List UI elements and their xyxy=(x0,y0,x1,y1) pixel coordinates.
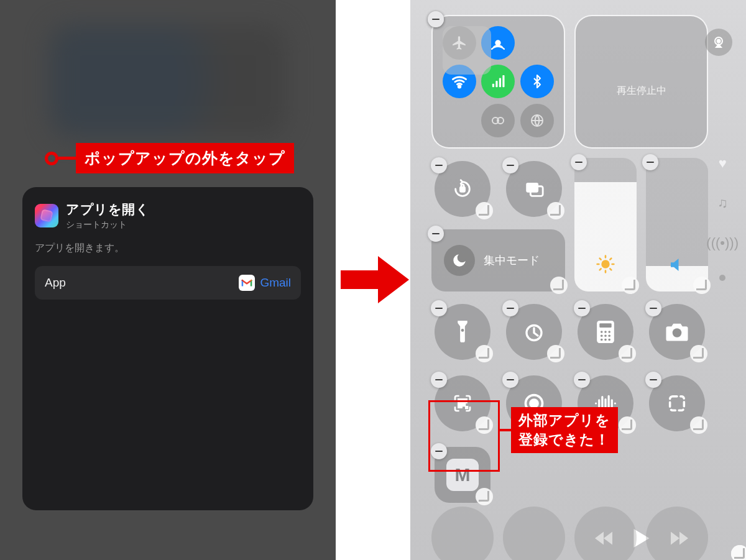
svg-rect-29 xyxy=(458,399,461,402)
remove-button[interactable] xyxy=(502,300,518,316)
svg-rect-12 xyxy=(526,183,538,193)
svg-rect-5 xyxy=(503,75,505,87)
resize-handle[interactable] xyxy=(690,345,707,362)
remove-button[interactable] xyxy=(431,372,447,388)
svg-rect-2 xyxy=(492,84,494,88)
empty-slot[interactable] xyxy=(503,507,565,560)
control-center-pager: ♥ ♫ (((•))) xyxy=(706,155,739,281)
page-dot[interactable] xyxy=(719,275,725,281)
resize-handle[interactable] xyxy=(690,416,707,434)
resize-handle[interactable] xyxy=(547,345,564,362)
vpn-button[interactable] xyxy=(520,104,554,137)
remove-button[interactable] xyxy=(431,300,447,316)
svg-point-19 xyxy=(601,331,603,333)
airplay-button[interactable] xyxy=(705,29,732,56)
remove-button[interactable] xyxy=(574,372,590,388)
app-selector-field[interactable]: App Gmail xyxy=(35,266,301,300)
callout-marker-dot xyxy=(45,152,58,165)
moon-icon xyxy=(444,245,475,276)
camera-button[interactable] xyxy=(649,304,705,360)
remove-button[interactable] xyxy=(502,157,518,173)
svg-rect-18 xyxy=(599,323,611,328)
remove-button[interactable] xyxy=(428,11,444,27)
resize-handle[interactable] xyxy=(476,345,493,362)
empty-slot[interactable] xyxy=(574,507,637,560)
shortcuts-app-icon xyxy=(35,204,58,227)
callout-tap-outside: ポップアップの外をタップ xyxy=(45,143,294,173)
volume-slider[interactable] xyxy=(646,158,708,291)
svg-point-26 xyxy=(604,339,607,341)
remove-button[interactable] xyxy=(428,226,444,242)
svg-point-21 xyxy=(608,331,610,333)
screen-mirroring-button[interactable] xyxy=(506,161,562,217)
resize-handle[interactable] xyxy=(547,202,564,219)
svg-rect-31 xyxy=(458,404,461,407)
transition-arrow xyxy=(341,249,409,311)
svg-point-20 xyxy=(604,331,607,333)
svg-point-35 xyxy=(530,400,538,407)
callout-connector xyxy=(58,157,76,160)
remove-button[interactable] xyxy=(645,300,661,316)
resize-handle[interactable] xyxy=(550,277,568,294)
music-page-icon[interactable]: ♫ xyxy=(717,195,728,211)
svg-rect-32 xyxy=(463,404,465,406)
favorites-page-icon[interactable]: ♥ xyxy=(719,155,727,172)
remove-button[interactable] xyxy=(502,372,518,388)
empty-slot[interactable] xyxy=(646,507,708,560)
resize-handle[interactable] xyxy=(622,277,639,294)
svg-rect-30 xyxy=(463,399,466,402)
svg-point-25 xyxy=(601,339,603,341)
remove-button[interactable] xyxy=(431,443,447,459)
resize-handle[interactable] xyxy=(731,545,746,560)
callout-registered: 外部アプリを登録できた！ xyxy=(500,407,618,453)
calculator-button[interactable] xyxy=(578,304,633,360)
empty-slot-row xyxy=(431,507,708,560)
bluetooth-button[interactable] xyxy=(520,65,554,98)
remove-button[interactable] xyxy=(431,157,447,173)
resize-handle[interactable] xyxy=(619,416,636,434)
callout-label: ポップアップの外をタップ xyxy=(76,143,294,173)
remove-button[interactable] xyxy=(645,372,661,388)
app-field-label: App xyxy=(45,276,66,290)
empty-slot[interactable] xyxy=(431,507,494,560)
svg-point-10 xyxy=(717,40,721,43)
popup-subtitle: ショートカット xyxy=(66,219,149,231)
qrcode-button[interactable] xyxy=(435,375,490,431)
brightness-slider[interactable] xyxy=(574,158,637,291)
connectivity-page-icon[interactable]: (((•))) xyxy=(706,235,739,251)
svg-rect-11 xyxy=(460,187,464,191)
svg-rect-33 xyxy=(466,406,467,408)
svg-point-28 xyxy=(673,328,682,337)
resize-handle[interactable] xyxy=(476,202,493,219)
gmail-icon: M xyxy=(446,459,479,491)
remove-button[interactable] xyxy=(574,300,590,316)
gmail-shortcut-tile[interactable]: M xyxy=(435,447,490,503)
focus-label: 集中モード xyxy=(484,253,540,268)
svg-point-24 xyxy=(608,334,610,337)
callout-label: 外部アプリを登録できた！ xyxy=(511,407,618,453)
svg-point-15 xyxy=(461,329,464,332)
resize-handle[interactable] xyxy=(476,416,493,434)
svg-rect-36 xyxy=(670,397,684,411)
now-playing-label: 再生停止中 xyxy=(617,85,666,98)
resize-handle[interactable] xyxy=(693,277,711,294)
album-art-placeholder xyxy=(443,26,491,75)
remove-button[interactable] xyxy=(642,154,658,170)
focus-mode-button[interactable]: 集中モード xyxy=(431,229,565,291)
resize-handle[interactable] xyxy=(619,345,636,362)
shortcut-config-popup[interactable]: アプリを開く ショートカット アプリを開きます。 App Gmail xyxy=(22,187,313,510)
link-button[interactable] xyxy=(481,104,515,137)
orientation-lock-button[interactable] xyxy=(435,161,490,217)
svg-point-22 xyxy=(601,334,603,337)
resize-handle[interactable] xyxy=(476,488,493,505)
remove-button[interactable] xyxy=(571,154,587,170)
popup-title: アプリを開く xyxy=(66,201,149,218)
svg-point-1 xyxy=(458,86,461,88)
screenshot-button[interactable] xyxy=(649,375,705,431)
popup-description: アプリを開きます。 xyxy=(35,242,301,255)
media-playback-group[interactable]: 再生停止中 xyxy=(574,15,708,149)
selected-app-name: Gmail xyxy=(260,276,291,290)
timer-button[interactable] xyxy=(506,304,562,360)
flashlight-button[interactable] xyxy=(435,304,490,360)
left-screenshot: ポップアップの外をタップ アプリを開く ショートカット アプリを開きます。 Ap… xyxy=(0,0,336,560)
